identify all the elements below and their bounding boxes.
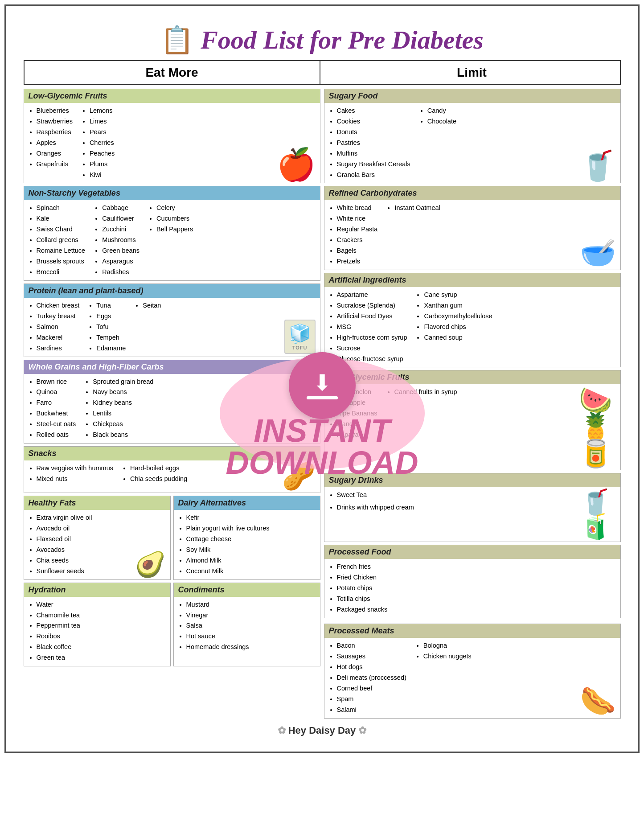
section-fruits-title: Low-Glycemic Fruits [24, 89, 320, 103]
fruits-image: 🍎 [275, 106, 316, 180]
section-snacks: Snacks Raw veggies with hummus Mixed nut… [24, 446, 320, 493]
list-item: Fried Chicken [337, 572, 388, 583]
list-item: Hard-boiled eggs [130, 463, 187, 474]
pasta-image: 🥣 [576, 203, 616, 267]
list-item: Flaxseed oil [37, 534, 131, 545]
section-snacks-content: Raw veggies with hummus Mixed nuts Hard-… [24, 460, 320, 493]
list-item: Water [37, 600, 80, 610]
col-headers: Eat More Limit [24, 60, 621, 85]
section-condiments-content: Mustard Vinegar Salsa Hot sauce Homemade… [174, 597, 320, 656]
hg-fruits-items: Watermelon Pineapple Ripe Bananas Mango … [329, 387, 571, 467]
artificial-col2: Cane syrup Xanthan gum Carboxymethylcell… [416, 290, 492, 364]
list-item: Peaches [90, 148, 115, 159]
sugary-col2: Candy Chocolate [419, 106, 456, 180]
list-item: Cherries [90, 138, 115, 148]
sugary-cols: Cakes Cookies Donuts Pastries Muffins Su… [329, 106, 571, 180]
section-processed-content: French fries Fried Chicken Potato chips … [324, 559, 620, 618]
fruits-cols: Blueberries Strawberries Raspberries App… [29, 106, 271, 180]
grains-cols: Brown rice Quinoa Farro Buckwheat Steel-… [29, 377, 154, 441]
list-item: Rooibos [37, 631, 80, 642]
section-veg-title: Non-Starchy Vegetables [24, 186, 320, 200]
list-item: Tofu [96, 322, 126, 333]
grains-col2: Sprouted grain bread Navy beans Kidney b… [85, 377, 153, 441]
hg-fruits-col1: Watermelon Pineapple Ripe Bananas Mango … [329, 387, 377, 440]
veg-col1: Spinach Kale Swiss Chard Collard greens … [29, 203, 86, 277]
fats-col1: Extra virgin olive oil Avocado oil Flaxs… [29, 513, 131, 577]
list-item: White bread [337, 203, 378, 214]
page-title: Food List for Pre Diabetes [201, 25, 484, 55]
list-item: Canned fruits in syrup [394, 387, 457, 398]
right-column: Sugary Food Cakes Cookies Donuts Pastrie… [324, 89, 621, 719]
list-item: Regular Pasta [337, 224, 378, 235]
list-item: Spinach [37, 203, 86, 214]
list-item: Mackerel [37, 333, 80, 343]
refined-col1: White bread White rice Regular Pasta Cra… [329, 203, 378, 267]
list-item: Cakes [337, 106, 410, 116]
list-item: Quinoa [37, 387, 76, 398]
protein-col2: Tuna Eggs Tofu Tempeh Edamame [88, 300, 126, 354]
section-hydration-title: Hydration [24, 583, 170, 597]
sug-drinks-col1: Sweet Tea [329, 490, 571, 501]
list-item: Packaged snacks [337, 604, 388, 615]
fats-items: Extra virgin olive oil Avocado oil Flaxs… [29, 513, 131, 577]
list-item: Celery [156, 203, 193, 214]
list-item: Cane syrup [424, 290, 492, 300]
list-item: Mixed nuts [37, 474, 113, 485]
list-item: Grapefruits [37, 159, 73, 170]
list-item: Bell Pappers [156, 224, 193, 235]
list-item: Chamomile tea [37, 610, 80, 621]
veg-col3: Celery Cucumbers Bell Pappers [148, 203, 193, 277]
section-snacks-title: Snacks [24, 447, 320, 460]
bottom-left-grid: Healthy Fats Extra virgin olive oil Avoc… [24, 496, 320, 580]
list-item: Salsa [186, 620, 249, 631]
sug-drinks-items: Sweet Tea Drinks with whipped cream [329, 490, 571, 539]
list-item: Green beans [102, 246, 139, 256]
section-sug-drinks-title: Sugary Drinks [324, 473, 620, 487]
list-item: Cauliflower [102, 214, 139, 224]
list-item: Sausages [337, 651, 406, 662]
section-dairy: Dairy Alternatives Kefir Plain yogurt wi… [173, 496, 320, 580]
clipboard-icon: 📋 [160, 24, 194, 56]
section-artificial: Artificial Ingredients Aspartame Sucralo… [324, 273, 621, 367]
list-item: Papaya [337, 430, 377, 440]
footer-text: Hey Daisy Day [288, 725, 356, 736]
list-item: Chocolate [427, 116, 456, 127]
list-item: Donuts [337, 127, 410, 138]
list-item: Tempeh [96, 333, 126, 343]
section-processed-title: Processed Food [324, 545, 620, 559]
bottom-left-row2: Hydration Water Chamomile tea Peppermint… [24, 583, 320, 667]
section-dairy-title: Dairy Alternatives [174, 496, 320, 510]
refined-col2: Instant Oatmeal [386, 203, 440, 267]
section-dairy-content: Kefir Plain yogurt with live cultures Co… [174, 510, 320, 579]
section-fats-title: Healthy Fats [24, 496, 170, 510]
main-grid: Low-Glycemic Fruits Blueberries Strawber… [24, 89, 621, 719]
list-item: Crackers [337, 235, 378, 246]
apple-emoji: 🍎 [277, 149, 316, 180]
list-item: White rice [337, 214, 378, 224]
section-protein: Protein (lean and plant-based) Chicken b… [24, 283, 320, 357]
section-grains-title: Whole Grains and High-Fiber Carbs [24, 360, 320, 374]
list-item: Black coffee [37, 642, 80, 653]
watermelon-emoji: 🍉🍍🥫 [576, 387, 616, 467]
section-refined: Refined Carbohydrates White bread White … [324, 186, 621, 270]
nuts-emoji: 🥜 [282, 463, 316, 490]
list-item: Hot dogs [337, 662, 406, 673]
section-condiments: Condiments Mustard Vinegar Salsa Hot sau… [173, 583, 320, 667]
snacks-col1: Raw veggies with hummus Mixed nuts [29, 463, 113, 485]
list-item: Sucrose [337, 343, 407, 354]
list-item: Broccoli [37, 267, 86, 278]
list-item: Edamame [96, 343, 126, 354]
hotdog-emoji: 🌭 [580, 686, 616, 715]
list-item: Almond Milk [186, 555, 270, 566]
protein-items: Chicken breast Turkey breast Salmon Mack… [29, 300, 271, 354]
list-item: MSG [337, 322, 407, 333]
page: 📋 Food List for Pre Diabetes Eat More Li… [15, 8, 630, 749]
footer-decorative-left: ✿ [278, 725, 288, 736]
bottom-right-grid: Processed Food French fries Fried Chicke… [324, 545, 621, 718]
section-sugary-title: Sugary Food [324, 89, 620, 103]
section-protein-content: Chicken breast Turkey breast Salmon Mack… [24, 298, 320, 357]
list-item: Raw veggies with hummus [37, 463, 113, 474]
section-fats: Healthy Fats Extra virgin olive oil Avoc… [24, 496, 171, 580]
protein-cols: Chicken breast Turkey breast Salmon Mack… [29, 300, 271, 354]
list-item: Green tea [37, 653, 80, 663]
